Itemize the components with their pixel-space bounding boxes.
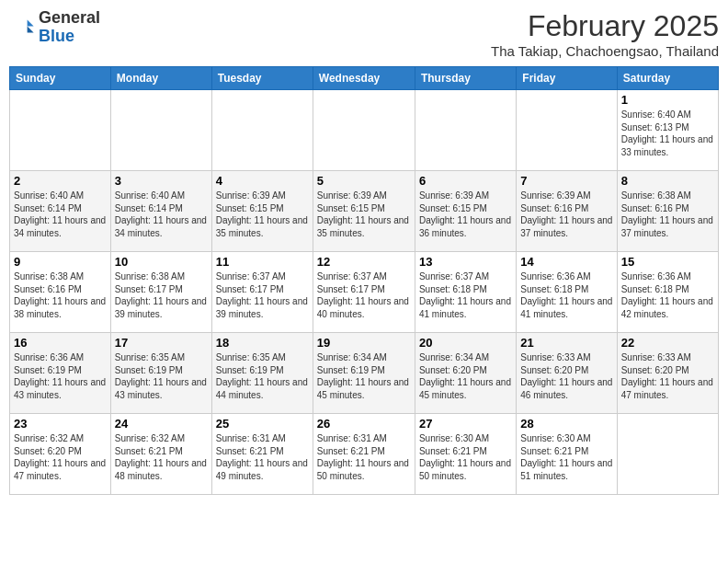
- day-info: Sunrise: 6:30 AM Sunset: 6:21 PM Dayligh…: [520, 432, 612, 482]
- day-number: 2: [14, 174, 107, 188]
- calendar-cell: 10Sunrise: 6:38 AM Sunset: 6:17 PM Dayli…: [110, 252, 211, 333]
- calendar-table: SundayMondayTuesdayWednesdayThursdayFrid…: [9, 66, 719, 495]
- day-info: Sunrise: 6:39 AM Sunset: 6:15 PM Dayligh…: [216, 190, 309, 239]
- calendar-cell: 15Sunrise: 6:36 AM Sunset: 6:18 PM Dayli…: [617, 252, 718, 333]
- day-info: Sunrise: 6:36 AM Sunset: 6:18 PM Dayligh…: [621, 270, 714, 320]
- column-header-monday: Monday: [110, 67, 211, 90]
- calendar-cell: [211, 90, 313, 171]
- day-number: 16: [14, 336, 107, 350]
- calendar-cell: 6Sunrise: 6:39 AM Sunset: 6:15 PM Daylig…: [415, 171, 516, 252]
- calendar-cell: 16Sunrise: 6:36 AM Sunset: 6:19 PM Dayli…: [10, 333, 111, 414]
- day-info: Sunrise: 6:38 AM Sunset: 6:16 PM Dayligh…: [621, 190, 714, 239]
- day-info: Sunrise: 6:40 AM Sunset: 6:14 PM Dayligh…: [115, 190, 208, 239]
- day-number: 17: [115, 336, 208, 350]
- day-info: Sunrise: 6:34 AM Sunset: 6:19 PM Dayligh…: [317, 351, 411, 401]
- day-number: 25: [216, 417, 309, 431]
- day-number: 15: [621, 255, 714, 269]
- title-block: February 2025 Tha Takiap, Chachoengsao, …: [491, 9, 719, 59]
- calendar-cell: 11Sunrise: 6:37 AM Sunset: 6:17 PM Dayli…: [211, 252, 313, 333]
- day-number: 27: [419, 417, 512, 431]
- logo-text: General Blue: [39, 9, 100, 46]
- calendar-cell: 24Sunrise: 6:32 AM Sunset: 6:21 PM Dayli…: [110, 414, 211, 495]
- day-info: Sunrise: 6:34 AM Sunset: 6:20 PM Dayligh…: [419, 351, 512, 401]
- day-info: Sunrise: 6:37 AM Sunset: 6:17 PM Dayligh…: [317, 270, 411, 320]
- day-info: Sunrise: 6:37 AM Sunset: 6:17 PM Dayligh…: [216, 270, 309, 320]
- day-info: Sunrise: 6:36 AM Sunset: 6:19 PM Dayligh…: [14, 351, 107, 401]
- day-info: Sunrise: 6:31 AM Sunset: 6:21 PM Dayligh…: [317, 432, 411, 482]
- column-header-thursday: Thursday: [415, 67, 516, 90]
- logo: General Blue: [9, 9, 100, 46]
- logo-general: General: [39, 8, 100, 27]
- logo-icon: [9, 15, 35, 40]
- day-info: Sunrise: 6:33 AM Sunset: 6:20 PM Dayligh…: [520, 351, 612, 401]
- logo-blue: Blue: [39, 27, 74, 45]
- calendar-week-0: 1Sunrise: 6:40 AM Sunset: 6:13 PM Daylig…: [10, 90, 719, 171]
- day-info: Sunrise: 6:38 AM Sunset: 6:16 PM Dayligh…: [14, 270, 107, 320]
- calendar-cell: 21Sunrise: 6:33 AM Sunset: 6:20 PM Dayli…: [517, 333, 617, 414]
- day-number: 21: [520, 336, 612, 350]
- calendar-cell: [10, 90, 111, 171]
- calendar-week-4: 23Sunrise: 6:32 AM Sunset: 6:20 PM Dayli…: [10, 414, 719, 495]
- day-number: 9: [14, 255, 107, 269]
- calendar-cell: [517, 90, 617, 171]
- month-title: February 2025: [491, 9, 719, 43]
- day-number: 19: [317, 336, 411, 350]
- day-number: 14: [520, 255, 612, 269]
- day-info: Sunrise: 6:32 AM Sunset: 6:21 PM Dayligh…: [115, 432, 208, 482]
- day-info: Sunrise: 6:36 AM Sunset: 6:18 PM Dayligh…: [520, 270, 612, 320]
- day-number: 22: [621, 336, 714, 350]
- calendar-cell: 22Sunrise: 6:33 AM Sunset: 6:20 PM Dayli…: [617, 333, 718, 414]
- calendar-cell: 9Sunrise: 6:38 AM Sunset: 6:16 PM Daylig…: [10, 252, 111, 333]
- calendar-cell: 12Sunrise: 6:37 AM Sunset: 6:17 PM Dayli…: [313, 252, 415, 333]
- column-header-sunday: Sunday: [10, 67, 111, 90]
- day-info: Sunrise: 6:40 AM Sunset: 6:13 PM Dayligh…: [621, 109, 714, 158]
- calendar-cell: 18Sunrise: 6:35 AM Sunset: 6:19 PM Dayli…: [211, 333, 313, 414]
- day-number: 26: [317, 417, 411, 431]
- calendar-cell: 8Sunrise: 6:38 AM Sunset: 6:16 PM Daylig…: [617, 171, 718, 252]
- calendar-cell: 14Sunrise: 6:36 AM Sunset: 6:18 PM Dayli…: [517, 252, 617, 333]
- day-number: 11: [216, 255, 309, 269]
- day-number: 3: [115, 174, 208, 188]
- day-info: Sunrise: 6:39 AM Sunset: 6:16 PM Dayligh…: [520, 190, 612, 239]
- calendar-cell: 19Sunrise: 6:34 AM Sunset: 6:19 PM Dayli…: [313, 333, 415, 414]
- calendar-week-2: 9Sunrise: 6:38 AM Sunset: 6:16 PM Daylig…: [10, 252, 719, 333]
- calendar-header-row: SundayMondayTuesdayWednesdayThursdayFrid…: [10, 67, 719, 90]
- day-number: 1: [621, 93, 714, 107]
- calendar-cell: 26Sunrise: 6:31 AM Sunset: 6:21 PM Dayli…: [313, 414, 415, 495]
- page-header: General Blue February 2025 Tha Takiap, C…: [9, 9, 719, 59]
- day-number: 20: [419, 336, 512, 350]
- column-header-tuesday: Tuesday: [211, 67, 313, 90]
- day-info: Sunrise: 6:39 AM Sunset: 6:15 PM Dayligh…: [317, 190, 411, 239]
- calendar-cell: [415, 90, 516, 171]
- day-info: Sunrise: 6:31 AM Sunset: 6:21 PM Dayligh…: [216, 432, 309, 482]
- day-number: 6: [419, 174, 512, 188]
- calendar-cell: 13Sunrise: 6:37 AM Sunset: 6:18 PM Dayli…: [415, 252, 516, 333]
- svg-marker-0: [28, 19, 34, 26]
- day-number: 23: [14, 417, 107, 431]
- calendar-cell: 3Sunrise: 6:40 AM Sunset: 6:14 PM Daylig…: [110, 171, 211, 252]
- day-info: Sunrise: 6:40 AM Sunset: 6:14 PM Dayligh…: [14, 190, 107, 239]
- calendar-cell: 2Sunrise: 6:40 AM Sunset: 6:14 PM Daylig…: [10, 171, 111, 252]
- day-info: Sunrise: 6:33 AM Sunset: 6:20 PM Dayligh…: [621, 351, 714, 401]
- day-number: 7: [520, 174, 612, 188]
- day-info: Sunrise: 6:37 AM Sunset: 6:18 PM Dayligh…: [419, 270, 512, 320]
- calendar-cell: [617, 414, 718, 495]
- calendar-cell: 4Sunrise: 6:39 AM Sunset: 6:15 PM Daylig…: [211, 171, 313, 252]
- day-info: Sunrise: 6:39 AM Sunset: 6:15 PM Dayligh…: [419, 190, 512, 239]
- column-header-wednesday: Wednesday: [313, 67, 415, 90]
- day-number: 18: [216, 336, 309, 350]
- day-number: 12: [317, 255, 411, 269]
- day-number: 4: [216, 174, 309, 188]
- calendar-cell: 7Sunrise: 6:39 AM Sunset: 6:16 PM Daylig…: [517, 171, 617, 252]
- day-info: Sunrise: 6:35 AM Sunset: 6:19 PM Dayligh…: [216, 351, 309, 401]
- calendar-cell: 23Sunrise: 6:32 AM Sunset: 6:20 PM Dayli…: [10, 414, 111, 495]
- day-number: 10: [115, 255, 208, 269]
- calendar-cell: 25Sunrise: 6:31 AM Sunset: 6:21 PM Dayli…: [211, 414, 313, 495]
- calendar-cell: [313, 90, 415, 171]
- column-header-saturday: Saturday: [617, 67, 718, 90]
- svg-marker-1: [28, 26, 34, 32]
- day-number: 8: [621, 174, 714, 188]
- calendar-week-1: 2Sunrise: 6:40 AM Sunset: 6:14 PM Daylig…: [10, 171, 719, 252]
- calendar-week-3: 16Sunrise: 6:36 AM Sunset: 6:19 PM Dayli…: [10, 333, 719, 414]
- calendar-cell: [110, 90, 211, 171]
